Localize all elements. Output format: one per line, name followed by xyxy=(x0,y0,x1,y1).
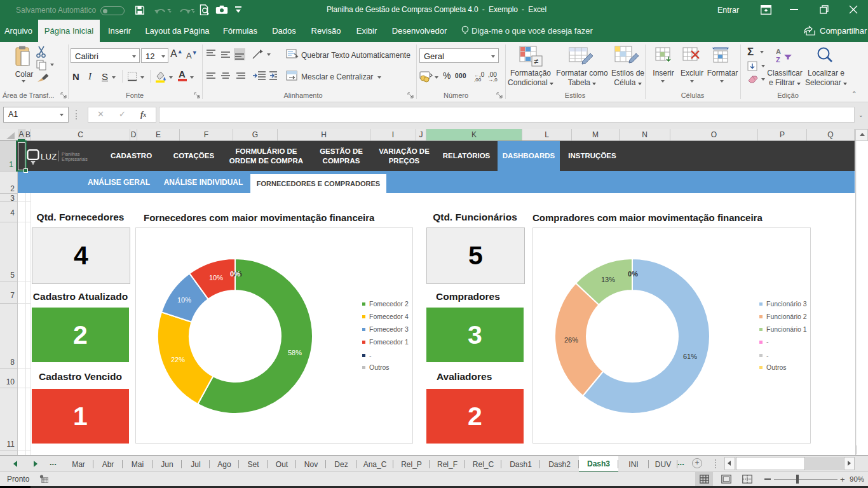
svg-text:≠: ≠ xyxy=(534,57,538,66)
svg-text:A: A xyxy=(776,48,781,55)
svg-text:Z: Z xyxy=(776,56,780,64)
